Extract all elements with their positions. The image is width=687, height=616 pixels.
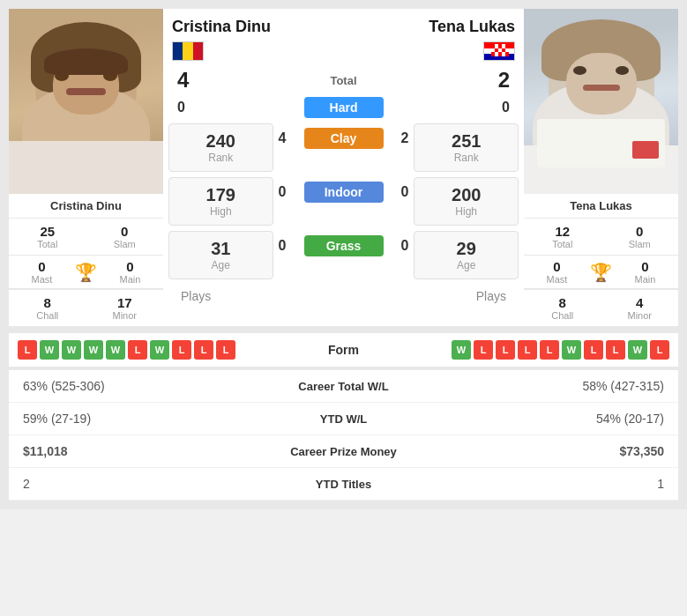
p2-total-stat: 12 Total [524, 218, 601, 255]
stats-rows: 63% (525-306) Career Total W/L 58% (427-… [9, 370, 678, 501]
form-badge: L [496, 340, 515, 360]
p1-chall-row: 8 Chall 17 Minor [9, 288, 163, 326]
form-badge: W [40, 340, 59, 360]
stat-row: 63% (525-306) Career Total W/L 58% (427-… [9, 370, 678, 403]
stat-right: 1 [423, 477, 665, 491]
stat-right: 54% (20-17) [423, 412, 665, 426]
p1-total-stat: 25 Total [9, 218, 86, 255]
p1-mast-stat: 0 Mast [12, 259, 71, 285]
high-indoor-row: 179 High 0 Indoor 0 200 High [163, 174, 524, 228]
top-card: Cristina Dinu 25 Total 0 Slam 0 Mast 🏆 [9, 9, 678, 326]
hard-score-row: 0 Hard 0 [163, 94, 524, 121]
stat-label: YTD Titles [265, 478, 423, 491]
p2-mast-stat: 0 Mast [527, 259, 586, 285]
form-badge: W [84, 340, 103, 360]
p1-trophy-row: 0 Mast 🏆 0 Main [9, 255, 163, 288]
form-badge: L [194, 340, 213, 360]
form-badge: L [216, 340, 235, 360]
p2-hard-score: 0 [502, 100, 510, 115]
indoor-badge: Indoor [304, 182, 384, 203]
player1-photo [9, 9, 163, 194]
form-badge: W [452, 340, 471, 360]
stat-label: Career Total W/L [265, 380, 423, 393]
p2-form-badges: WLLLLWLLWL [379, 340, 670, 360]
p1-main-stat: 0 Main [101, 259, 160, 285]
trophy-icon-p1: 🏆 [71, 262, 101, 283]
age-grass-row: 31 Age 0 Grass 0 29 Age [163, 228, 524, 282]
player2-photo [524, 9, 678, 194]
trophy-icon-p2: 🏆 [586, 262, 616, 283]
form-badge: L [128, 340, 147, 360]
indoor-score-row: 0 Indoor 0 [279, 182, 409, 203]
p1-minor-stat: 17 Minor [86, 289, 164, 326]
rank-clay-row: 240 Rank 4 Clay 2 251 Rank [163, 121, 524, 174]
p2-main-stat: 0 Main [616, 259, 675, 285]
p2-grass-score: 0 [401, 238, 409, 254]
p1-form-badges: LWWWWLWLLL [18, 340, 309, 360]
grass-score-row: 0 Grass 0 [279, 235, 409, 256]
stat-left: 59% (27-19) [23, 412, 265, 426]
center-column: Cristina Dinu Tena Lukas [163, 9, 524, 326]
total-label: Total [330, 74, 356, 87]
form-badge: L [172, 340, 191, 360]
p2-minor-stat: 4 Minor [601, 289, 679, 326]
p1-age-box: 31 Age [163, 228, 279, 282]
player1-name: Cristina Dinu [9, 194, 163, 218]
form-badge: W [628, 340, 647, 360]
form-badge: L [584, 340, 603, 360]
p2-total-score: 2 [498, 68, 510, 93]
form-badge: W [106, 340, 125, 360]
stat-right: $73,350 [423, 444, 665, 458]
p2-trophy-row: 0 Mast 🏆 0 Main [524, 255, 678, 288]
form-badge: L [540, 340, 559, 360]
p1-rank-box: 240 Rank [163, 121, 279, 174]
stat-left: 2 [23, 477, 265, 491]
grass-section: 0 Grass 0 [279, 228, 409, 256]
p2-flag-row [429, 36, 515, 63]
p1-indoor-score: 0 [279, 184, 287, 200]
hard-badge: Hard [304, 97, 384, 118]
p2-name-header: Tena Lukas [429, 18, 515, 63]
total-score-row: 4 Total 2 [163, 66, 524, 94]
clay-badge: Clay [304, 128, 384, 149]
p2-slam-stat: 0 Slam [601, 218, 679, 255]
stat-row: $11,018 Career Prize Money $73,350 [9, 435, 678, 468]
form-badge: W [562, 340, 581, 360]
p2-clay-score: 2 [401, 130, 409, 146]
p2-chall-row: 8 Chall 4 Minor [524, 288, 678, 326]
p1-slam-stat: 0 Slam [86, 218, 164, 255]
stat-row: 2 YTD Titles 1 [9, 468, 678, 501]
p1-name-header: Cristina Dinu [172, 18, 271, 63]
p1-chall-stat: 8 Chall [9, 289, 86, 326]
grass-badge: Grass [304, 235, 384, 256]
stat-left: 63% (525-306) [23, 379, 265, 393]
stat-left: $11,018 [23, 444, 265, 458]
p1-grass-score: 0 [279, 238, 287, 254]
form-label: Form [309, 343, 379, 357]
form-badge: L [518, 340, 537, 360]
form-section: LWWWWLWLLL Form WLLLLWLLWL [9, 333, 678, 367]
p2-indoor-score: 0 [401, 184, 409, 200]
p2-high-box: 200 High [408, 174, 524, 228]
p2-chall-stat: 8 Chall [524, 289, 601, 326]
player1-column: Cristina Dinu 25 Total 0 Slam 0 Mast 🏆 [9, 9, 163, 326]
indoor-section: 0 Indoor 0 [279, 174, 409, 203]
page-wrapper: Cristina Dinu 25 Total 0 Slam 0 Mast 🏆 [0, 0, 687, 509]
clay-score-row: 4 Clay 2 [279, 128, 409, 149]
form-badge: L [650, 340, 669, 360]
p1-plays-label: Plays [181, 289, 211, 303]
stat-label: YTD W/L [265, 412, 423, 426]
stat-right: 58% (427-315) [423, 379, 665, 393]
p1-clay-score: 4 [279, 130, 287, 146]
plays-row: Plays Plays [163, 282, 524, 312]
p1-high-box: 179 High [163, 174, 279, 228]
p2-age-box: 29 Age [408, 228, 524, 282]
player2-column: Tena Lukas 12 Total 0 Slam 0 Mast 🏆 [524, 9, 678, 326]
player2-stats: 12 Total 0 Slam [524, 218, 678, 255]
form-badge: L [474, 340, 493, 360]
form-badge: W [150, 340, 169, 360]
p1-total-score: 4 [177, 68, 189, 93]
p1-flag-row [172, 36, 271, 63]
player1-stats: 25 Total 0 Slam [9, 218, 163, 255]
form-badge: L [606, 340, 625, 360]
